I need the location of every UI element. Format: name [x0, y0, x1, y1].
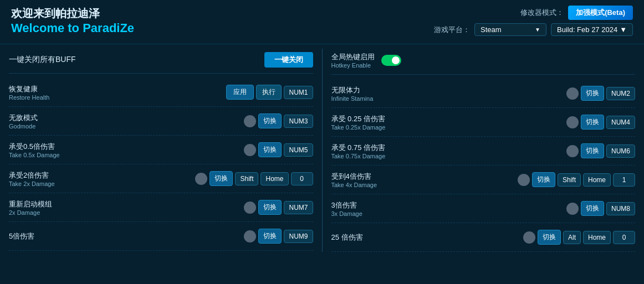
title-en: Welcome to ParadiZe: [11, 21, 134, 35]
feature-en: Restore Health: [9, 94, 75, 101]
main-content: 一键关闭所有BUFF 一键关闭 恢复健康 Restore Health 应用 执…: [0, 44, 644, 252]
feature-cn: 重新启动模组: [9, 199, 75, 209]
toggle-switch[interactable]: [244, 115, 256, 127]
toggle-button[interactable]: 切换: [258, 142, 282, 157]
list-item: 无限体力 Infinite Stamina 切换 NUM2: [331, 79, 636, 108]
right-panel: 全局热键启用 Hotkey Enable 无限体力 Infinite Stami…: [323, 49, 645, 252]
feature-name: 重新启动模组 2x Damage: [9, 199, 75, 216]
key-badge: Alt: [563, 231, 581, 244]
feature-controls: 应用 执行 NUM1: [226, 85, 313, 100]
hotkey-toggle[interactable]: [381, 55, 401, 66]
feature-cn: 无敌模式: [9, 113, 75, 123]
key-badge: Home: [583, 173, 611, 187]
app-window: 欢迎来到帕拉迪泽 Welcome to ParadiZe 修改器模式： 加强模式…: [0, 0, 644, 252]
toggle-button[interactable]: 切换: [581, 115, 604, 130]
toggle-button[interactable]: 切换: [532, 172, 555, 187]
feature-name: 无敌模式 Godmode: [9, 113, 75, 130]
list-item: 受到4倍伤害 Take 4x Damage 切换 Shift Home 1: [331, 166, 636, 194]
key-badge: NUM7: [284, 201, 313, 214]
feature-cn: 无限体力: [331, 85, 398, 95]
feature-name: 恢复健康 Restore Health: [9, 84, 75, 101]
key-badge: Home: [260, 172, 288, 185]
key-badge: NUM8: [606, 202, 635, 215]
title-block: 欢迎来到帕拉迪泽 Welcome to ParadiZe: [11, 6, 134, 35]
feature-cn: 5倍伤害: [9, 231, 75, 241]
hotkey-label: 全局热键启用 Hotkey Enable: [331, 52, 375, 69]
feature-controls: 切换 NUM6: [566, 143, 635, 158]
toggle-button[interactable]: 切换: [538, 230, 561, 245]
feature-en: Take 0.25x Damage: [331, 124, 398, 131]
toggle-button[interactable]: 切换: [581, 143, 604, 158]
toggle-button[interactable]: 切换: [581, 201, 604, 216]
feature-name: 无限体力 Infinite Stamina: [331, 85, 398, 102]
feature-name: 25 倍伤害: [331, 233, 398, 242]
feature-en: Godmode: [9, 123, 75, 130]
feature-en: Take 0.5x Damage: [9, 152, 75, 158]
toggle-switch[interactable]: [566, 203, 579, 215]
feature-controls: 切换 NUM8: [566, 201, 635, 216]
toggle-switch[interactable]: [244, 144, 256, 156]
toggle-switch[interactable]: [244, 202, 256, 214]
platform-dropdown[interactable]: Steam ▼: [474, 23, 546, 36]
toggle-switch[interactable]: [518, 174, 530, 186]
feature-controls: 切换 Shift Home 0: [195, 171, 313, 186]
feature-cn: 承受0.5倍伤害: [9, 142, 75, 152]
feature-en: Take 4x Damage: [331, 182, 398, 188]
list-item: 5倍伤害 切换 NUM9: [9, 222, 313, 251]
toggle-switch[interactable]: [523, 231, 535, 244]
feature-controls: 切换 NUM7: [244, 200, 313, 215]
list-item: 重新启动模组 2x Damage 切换 NUM7: [9, 193, 313, 222]
hotkey-cn: 全局热键启用: [331, 52, 375, 62]
toggle-button[interactable]: 切换: [258, 200, 282, 215]
list-item: 承受 0.75 倍伤害 Take 0.75x Damage 切换 NUM6: [331, 137, 636, 166]
feature-name: 5倍伤害: [9, 231, 75, 241]
toggle-switch[interactable]: [566, 87, 579, 100]
feature-cn: 3倍伤害: [331, 200, 398, 210]
key-badge: Shift: [558, 173, 581, 187]
header-right: 修改器模式： 加强模式(Beta) 游戏平台： Steam ▼ Build: F…: [434, 6, 633, 36]
all-buff-label: 一键关闭所有BUFF: [9, 55, 76, 65]
feature-name: 受到4倍伤害 Take 4x Damage: [331, 172, 398, 188]
left-panel: 一键关闭所有BUFF 一键关闭 恢复健康 Restore Health 应用 执…: [0, 49, 322, 252]
feature-name: 承受0.5倍伤害 Take 0.5x Damage: [9, 142, 75, 158]
feature-cn: 承受2倍伤害: [9, 171, 75, 180]
feature-controls: 切换 NUM5: [244, 142, 313, 157]
mode-row: 修改器模式： 加强模式(Beta): [520, 6, 633, 20]
key-badge: NUM6: [606, 144, 635, 158]
mode-label: 修改器模式：: [520, 8, 564, 18]
feature-controls: 切换 NUM3: [244, 113, 313, 128]
toggle-button[interactable]: 切换: [258, 113, 282, 128]
feature-cn: 恢复健康: [9, 84, 75, 94]
key-badge: 0: [613, 231, 635, 244]
feature-controls: 切换 Alt Home 0: [523, 230, 635, 245]
hotkey-row: 全局热键启用 Hotkey Enable: [331, 49, 636, 75]
platform-row: 游戏平台： Steam ▼ Build: Feb 27 2024 ▼: [434, 23, 633, 36]
list-item: 承受0.5倍伤害 Take 0.5x Damage 切换 NUM5: [9, 136, 313, 164]
toggle-switch[interactable]: [566, 145, 579, 157]
toggle-switch[interactable]: [244, 230, 256, 242]
feature-en: 3x Damage: [331, 210, 398, 217]
key-badge: NUM1: [284, 86, 313, 99]
exec-button[interactable]: 执行: [256, 85, 282, 100]
feature-en: Take 2x Damage: [9, 180, 75, 187]
all-buff-row: 一键关闭所有BUFF 一键关闭: [9, 49, 313, 74]
close-all-button[interactable]: 一键关闭: [264, 52, 313, 68]
feature-name: 承受 0.25 倍伤害 Take 0.25x Damage: [331, 114, 398, 131]
toggle-switch[interactable]: [566, 116, 579, 128]
toggle-button[interactable]: 切换: [209, 171, 233, 186]
feature-name: 承受 0.75 倍伤害 Take 0.75x Damage: [331, 143, 398, 159]
toggle-button[interactable]: 切换: [258, 229, 282, 244]
toggle-button[interactable]: 切换: [581, 86, 604, 101]
feature-en: Take 0.75x Damage: [331, 153, 398, 159]
build-label: Build: Feb 27 2024: [557, 25, 617, 34]
apply-button[interactable]: 应用: [226, 85, 254, 100]
key-badge: NUM3: [284, 115, 313, 128]
key-badge: NUM2: [606, 87, 635, 100]
feature-cn: 承受 0.75 倍伤害: [331, 143, 398, 153]
key-badge: NUM4: [606, 116, 635, 129]
build-button[interactable]: Build: Feb 27 2024 ▼: [551, 23, 633, 36]
list-item: 承受2倍伤害 Take 2x Damage 切换 Shift Home 0: [9, 164, 313, 193]
toggle-switch[interactable]: [195, 173, 207, 185]
feature-name: 承受2倍伤害 Take 2x Damage: [9, 171, 75, 187]
mode-button[interactable]: 加强模式(Beta): [568, 6, 633, 20]
